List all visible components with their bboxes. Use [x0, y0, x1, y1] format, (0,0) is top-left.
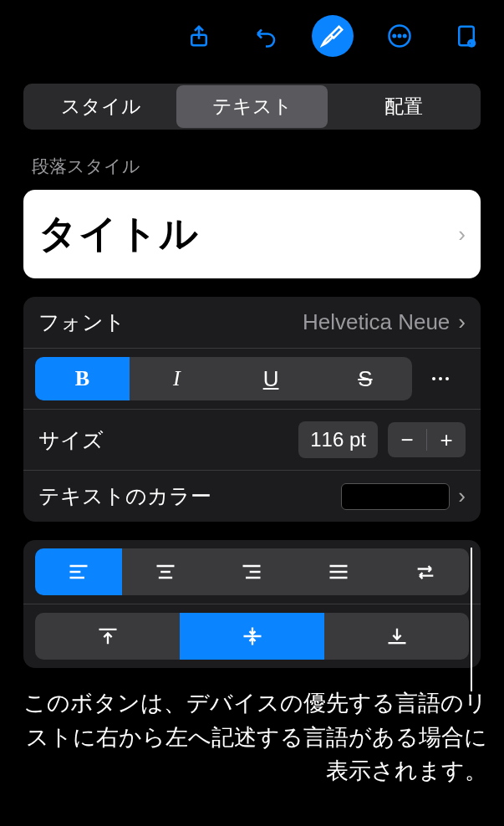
- align-middle-icon: [241, 625, 264, 648]
- paintbrush-icon: [320, 23, 345, 48]
- italic-button[interactable]: I: [130, 357, 224, 400]
- size-label: サイズ: [38, 426, 104, 454]
- share-icon: [186, 23, 211, 48]
- align-left-button[interactable]: [35, 548, 122, 595]
- paragraph-style-label: 段落スタイル: [0, 148, 504, 185]
- size-increase-button[interactable]: +: [427, 422, 466, 457]
- chevron-right-icon: ›: [458, 483, 466, 509]
- text-color-row[interactable]: テキストのカラー ›: [23, 471, 481, 522]
- strikethrough-button[interactable]: S: [318, 357, 412, 400]
- format-tabs: スタイル テキスト 配置: [23, 84, 481, 130]
- align-top-button[interactable]: [35, 613, 180, 660]
- svg-point-10: [445, 377, 449, 380]
- align-center-icon: [154, 560, 177, 584]
- align-right-icon: [240, 560, 263, 584]
- font-row[interactable]: フォント Helvetica Neue ›: [23, 297, 481, 349]
- align-left-icon: [67, 560, 90, 584]
- text-style-buttons: B I U S: [23, 349, 481, 410]
- share-button[interactable]: [178, 15, 220, 57]
- more-button[interactable]: [379, 15, 420, 57]
- size-decrease-button[interactable]: −: [388, 422, 426, 457]
- align-bottom-icon: [385, 625, 409, 648]
- paragraph-style-selector[interactable]: タイトル ›: [23, 190, 481, 278]
- alignment-group: [23, 540, 481, 668]
- rtl-icon: [414, 560, 437, 584]
- tab-text[interactable]: テキスト: [176, 85, 328, 128]
- more-icon: [387, 23, 412, 48]
- align-middle-button[interactable]: [180, 613, 324, 660]
- chevron-right-icon: ›: [458, 309, 466, 335]
- text-color-label: テキストのカラー: [38, 482, 211, 510]
- align-justify-icon: [327, 560, 350, 584]
- callout-leader-line: [471, 548, 472, 691]
- vertical-alignment: [23, 604, 481, 668]
- top-toolbar: [0, 8, 504, 72]
- tab-arrange[interactable]: 配置: [328, 85, 479, 128]
- color-swatch: [341, 483, 450, 510]
- bold-button[interactable]: B: [35, 357, 130, 400]
- more-styles-button[interactable]: [412, 357, 469, 400]
- font-label: フォント: [38, 308, 125, 336]
- callout-text: このボタンは、デバイスの優先する言語のリストに右から左へ記述する言語がある場合に…: [17, 686, 487, 788]
- align-justify-button[interactable]: [295, 548, 382, 595]
- document-settings-button[interactable]: [445, 15, 487, 57]
- align-bottom-button[interactable]: [324, 613, 469, 660]
- rtl-direction-button[interactable]: [382, 548, 469, 595]
- paragraph-style-value: タイトル: [38, 208, 199, 260]
- font-value: Helvetica Neue: [303, 309, 450, 335]
- font-group: フォント Helvetica Neue › B I U S サイズ 116 pt…: [23, 297, 481, 522]
- document-icon: [454, 23, 479, 48]
- align-top-icon: [96, 625, 120, 648]
- size-value[interactable]: 116 pt: [298, 421, 378, 458]
- svg-point-7: [469, 42, 472, 45]
- chevron-right-icon: ›: [458, 222, 466, 247]
- svg-point-2: [394, 35, 396, 38]
- callout: このボタンは、デバイスの優先する言語のリストに右から左へ記述する言語がある場合に…: [17, 686, 487, 788]
- size-row: サイズ 116 pt − +: [23, 410, 481, 471]
- svg-point-8: [432, 377, 435, 380]
- svg-point-3: [399, 35, 401, 38]
- align-right-button[interactable]: [209, 548, 296, 595]
- ellipsis-icon: [430, 375, 451, 382]
- horizontal-alignment: [23, 540, 481, 604]
- undo-button[interactable]: [245, 15, 287, 57]
- svg-point-9: [439, 377, 442, 380]
- undo-icon: [253, 23, 278, 48]
- align-center-button[interactable]: [122, 548, 209, 595]
- size-stepper: − +: [388, 422, 466, 457]
- svg-point-4: [404, 35, 406, 38]
- format-button[interactable]: [312, 15, 354, 57]
- tab-style[interactable]: スタイル: [25, 85, 176, 128]
- underline-button[interactable]: U: [224, 357, 318, 400]
